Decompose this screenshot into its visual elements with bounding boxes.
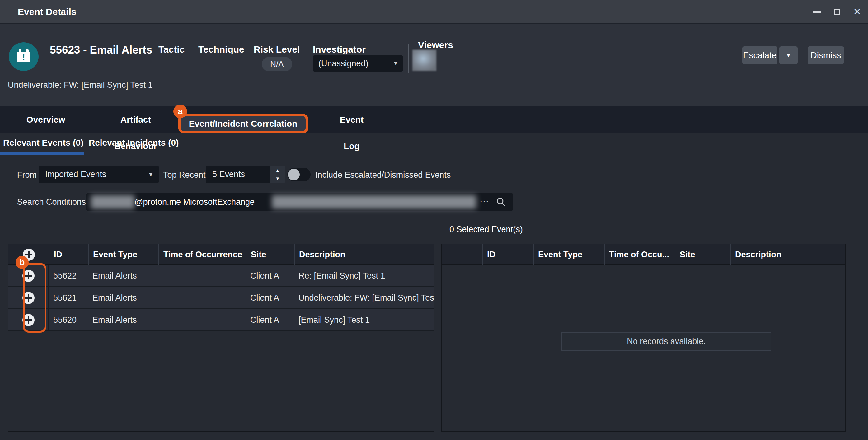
tab-overview[interactable]: Overview [27, 106, 63, 133]
cell-event-type: Email Alerts [88, 309, 158, 331]
cell-id: 55621 [49, 287, 88, 309]
cell-id: 55622 [49, 265, 88, 287]
stepper-down-icon[interactable]: ▼ [270, 176, 285, 181]
add-all-column-header[interactable] [8, 244, 49, 265]
cell-site: Client A [246, 265, 294, 287]
chevron-down-icon: ▼ [148, 165, 154, 183]
dismiss-button[interactable]: Dismiss [808, 46, 844, 64]
window-controls: ✕ [813, 0, 861, 24]
technique-label: Technique [198, 44, 244, 55]
cell-description: [Email Sync] Test 1 [294, 309, 434, 331]
cell-description: Re: [Email Sync] Test 1 [294, 265, 434, 287]
column-header-id[interactable]: ID [49, 244, 88, 265]
toggle-knob [288, 169, 300, 181]
cell-time [158, 309, 246, 331]
chevron-down-icon: ▼ [393, 55, 399, 71]
column-header-id[interactable]: ID [482, 244, 533, 265]
escalate-button[interactable]: Escalate [742, 46, 777, 64]
maximize-icon[interactable] [834, 9, 840, 15]
annotation-box-a [178, 114, 308, 133]
investigator-value: (Unassigned) [318, 55, 369, 71]
relevant-events-table: ID Event Type Time of Occurrence Site De… [8, 244, 434, 432]
top-recent-value: 5 Events [212, 165, 245, 183]
column-header-time[interactable]: Time of Occurrence [158, 244, 246, 265]
active-subtab-underline [0, 152, 84, 155]
search-conditions-input[interactable]: @proton.me MicrosoftExchange ⋯ [86, 193, 513, 211]
column-header-description[interactable]: Description [294, 244, 434, 265]
search-conditions-label: Search Conditions [17, 197, 86, 207]
table-header-row: ID Event Type Time of Occu... Site Descr… [442, 244, 845, 265]
subtab-relevant-events[interactable]: Relevant Events (0) [3, 138, 84, 148]
column-header-time[interactable]: Time of Occu... [604, 244, 675, 265]
selected-events-table: ID Event Type Time of Occu... Site Descr… [441, 244, 846, 432]
table-row[interactable]: 55621 Email Alerts Client A Undeliverabl… [8, 287, 434, 309]
top-recent-input[interactable]: 5 Events [206, 165, 270, 183]
column-header-event-type[interactable]: Event Type [88, 244, 158, 265]
column-header-event-type[interactable]: Event Type [533, 244, 604, 265]
cell-description: Undeliverable: FW: [Email Sync] Tes [294, 287, 434, 309]
column-header-site[interactable]: Site [246, 244, 294, 265]
event-details-window: Event Details ✕ ! 55623 - Email Alerts T… [0, 0, 868, 440]
search-conditions-text: @proton.me MicrosoftExchange [134, 193, 255, 211]
top-recent-label: Top Recent [163, 170, 206, 180]
cell-id: 55620 [49, 309, 88, 331]
from-label: From [17, 170, 37, 180]
annotation-badge-a: a [173, 104, 187, 118]
search-more-button[interactable]: ⋯ [479, 193, 490, 209]
annotation-badge-b: b [16, 256, 29, 269]
risk-level-value: N/A [262, 57, 292, 71]
escalate-dropdown-button[interactable]: ▼ [779, 46, 798, 64]
header-divider [247, 43, 247, 73]
column-header-description[interactable]: Description [730, 244, 845, 265]
table-row[interactable]: 55620 Email Alerts Client A [Email Sync]… [8, 309, 434, 331]
header-divider [307, 43, 307, 73]
close-icon[interactable]: ✕ [854, 7, 861, 17]
annotation-box-b [23, 263, 46, 333]
stepper-up-icon[interactable]: ▲ [270, 168, 285, 173]
selected-events-count: 0 Selected Event(s) [450, 225, 523, 234]
tab-artifact-behaviour[interactable]: Artifact Behaviour [101, 106, 170, 133]
subtab-relevant-incidents[interactable]: Relevant Incidents (0) [89, 138, 179, 148]
cell-time [158, 287, 246, 309]
tab-bar: Overview Artifact Behaviour Event/Incide… [0, 106, 868, 133]
cell-site: Client A [246, 287, 294, 309]
viewer-avatar [412, 50, 436, 71]
event-subtitle: Undeliverable: FW: [Email Sync] Test 1 [8, 80, 153, 90]
event-header: ! 55623 - Email Alerts Tactic Technique … [0, 24, 868, 106]
window-title: Event Details [18, 0, 76, 24]
minimize-icon[interactable] [813, 11, 821, 13]
event-title: 55623 - Email Alerts [50, 43, 152, 56]
cell-event-type: Email Alerts [88, 265, 158, 287]
header-divider [192, 43, 192, 73]
include-escalated-label: Include Escalated/Dismissed Events [315, 170, 451, 180]
event-calendar-alert-icon: ! [9, 42, 39, 71]
header-divider [408, 43, 409, 73]
viewers-label: Viewers [418, 40, 453, 51]
redacted-text-blur [91, 195, 134, 209]
include-escalated-toggle[interactable] [287, 168, 311, 181]
table-header-row: ID Event Type Time of Occurrence Site De… [8, 244, 434, 265]
column-header-site[interactable]: Site [675, 244, 730, 265]
titlebar: Event Details ✕ [0, 0, 868, 24]
cell-time [158, 265, 246, 287]
from-select-value: Imported Events [45, 165, 106, 183]
tab-event-log[interactable]: Event Log [333, 106, 370, 133]
cell-site: Client A [246, 309, 294, 331]
cell-event-type: Email Alerts [88, 287, 158, 309]
from-select[interactable]: Imported Events ▼ [39, 165, 159, 183]
investigator-select[interactable]: (Unassigned) ▼ [313, 55, 403, 71]
top-recent-stepper: ▲ ▼ [270, 165, 285, 183]
risk-level-label: Risk Level [254, 44, 300, 55]
table-row[interactable]: 55622 Email Alerts Client A Re: [Email S… [8, 265, 434, 287]
redacted-text-blur [272, 195, 476, 209]
no-records-message: No records available. [561, 332, 771, 351]
header-divider [151, 43, 151, 73]
search-icon[interactable] [496, 197, 506, 207]
investigator-label: Investigator [313, 44, 366, 55]
tactic-label: Tactic [158, 44, 185, 55]
column-header-empty [442, 244, 482, 265]
